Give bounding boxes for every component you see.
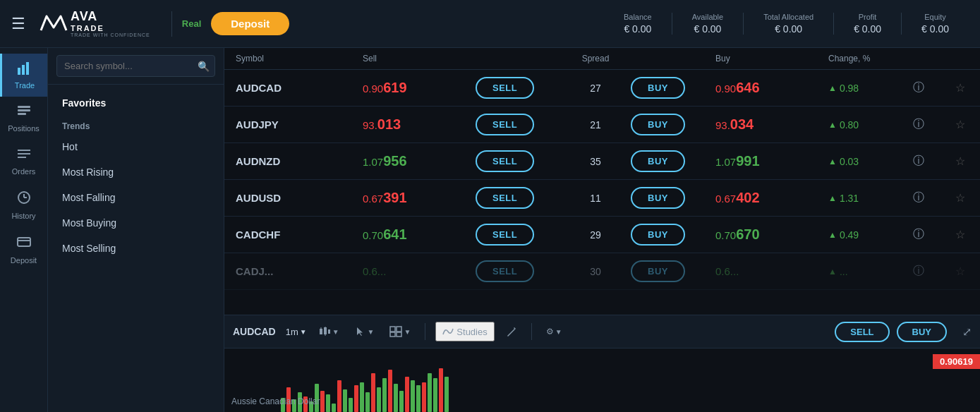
buy-btn-partial[interactable]: BUY	[631, 260, 715, 282]
info-icon[interactable]: ⓘ	[913, 154, 924, 166]
svg-rect-4	[18, 109, 30, 111]
info-audcad[interactable]: ⓘ	[913, 80, 955, 95]
col-sell-btn	[476, 54, 560, 63]
buy-button-audnzd[interactable]: BUY	[631, 150, 685, 172]
buy-btn-audjpy[interactable]: BUY	[631, 114, 715, 135]
info-audusd[interactable]: ⓘ	[913, 190, 955, 205]
table-body: AUDCAD 0.90619 SELL 27 BUY 0.90646 ▲ 0.9…	[224, 70, 980, 290]
star-audusd[interactable]: ☆	[955, 191, 980, 205]
sidebar-item-history[interactable]: History	[0, 183, 47, 227]
candle	[444, 377, 449, 412]
buy-main: 991	[736, 153, 759, 169]
sell-btn-audnzd[interactable]: SELL	[476, 150, 560, 172]
sell-prefix: 0.90	[363, 83, 383, 95]
sidebar-item-most-selling[interactable]: Most Selling	[48, 236, 224, 261]
star-cadchf[interactable]: ☆	[955, 228, 980, 241]
info-icon[interactable]: ⓘ	[913, 265, 924, 277]
star-icon[interactable]: ☆	[955, 155, 965, 167]
orders-icon	[16, 147, 32, 164]
candle-type-icon	[318, 326, 331, 337]
layout-button[interactable]: ▼	[385, 323, 415, 340]
draw-tool-button[interactable]	[502, 323, 521, 340]
sidebar-item-positions[interactable]: Positions	[0, 97, 47, 140]
sidebar-item-trade[interactable]: Trade	[0, 54, 47, 97]
info-partial[interactable]: ⓘ	[913, 264, 955, 279]
star-icon[interactable]: ☆	[955, 82, 965, 94]
more-tools-button[interactable]: ⚙ ▼	[542, 324, 567, 339]
info-audnzd[interactable]: ⓘ	[913, 154, 955, 169]
deposit-button[interactable]: Deposit	[211, 12, 289, 35]
sell-button-cadchf[interactable]: SELL	[476, 224, 534, 246]
available-value: € 0.00	[692, 23, 723, 35]
sell-button-audcad[interactable]: SELL	[476, 77, 534, 99]
sell-button-audusd[interactable]: SELL	[476, 187, 534, 209]
search-input[interactable]	[56, 55, 215, 77]
buy-btn-audnzd[interactable]: BUY	[631, 150, 715, 172]
sell-button-partial[interactable]: SELL	[476, 260, 534, 282]
star-audnzd[interactable]: ☆	[955, 154, 980, 168]
menu-icon[interactable]: ☰	[11, 15, 25, 33]
table-area: Symbol Sell Spread Buy Change, % AUDCAD …	[224, 48, 980, 315]
info-icon[interactable]: ⓘ	[913, 81, 924, 93]
sidebar-item-most-buying[interactable]: Most Buying	[48, 210, 224, 236]
buy-btn-audcad[interactable]: BUY	[631, 77, 715, 99]
info-icon[interactable]: ⓘ	[913, 191, 924, 203]
candle-type-button[interactable]: ▼	[314, 323, 344, 340]
sell-button-audnzd[interactable]: SELL	[476, 150, 534, 172]
chart-sell-button[interactable]: SELL	[835, 322, 889, 342]
buy-price-audnzd: 1.07991	[715, 153, 828, 169]
star-partial[interactable]: ☆	[955, 265, 980, 278]
sidebar-item-hot[interactable]: Hot	[48, 134, 224, 159]
change-value-partial: ...	[840, 266, 848, 277]
buy-btn-cadchf[interactable]: BUY	[631, 224, 715, 246]
star-audcad[interactable]: ☆	[955, 81, 980, 95]
timeframe-selector[interactable]: 1m ▼	[286, 327, 307, 337]
studies-label: Studies	[456, 327, 487, 337]
svg-rect-19	[390, 327, 395, 332]
star-icon[interactable]: ☆	[955, 265, 965, 277]
change-value: 0.80	[840, 119, 859, 131]
sell-prefix: 1.07	[363, 156, 383, 168]
buy-button-partial[interactable]: BUY	[631, 260, 685, 282]
symbol-cadchf: CADCHF	[236, 229, 363, 241]
total-allocated-value: € 0.00	[763, 23, 813, 35]
svg-rect-20	[397, 327, 401, 332]
info-icon[interactable]: ⓘ	[913, 118, 924, 130]
buy-btn-audusd[interactable]: BUY	[631, 187, 715, 209]
sidebar-item-most-rising[interactable]: Most Rising	[48, 159, 224, 185]
buy-button-cadchf[interactable]: BUY	[631, 224, 685, 246]
orders-label: Orders	[12, 167, 36, 176]
info-cadchf[interactable]: ⓘ	[913, 227, 955, 242]
info-icon[interactable]: ⓘ	[913, 228, 924, 240]
cursor-tool-button[interactable]: ▼	[351, 323, 379, 340]
info-audjpy[interactable]: ⓘ	[913, 117, 955, 132]
current-price-badge: 0.90619	[933, 354, 980, 369]
symbol-audusd: AUDUSD	[236, 192, 363, 204]
sell-btn-partial[interactable]: SELL	[476, 260, 560, 282]
sidebar-item-favorites[interactable]: Favorites	[48, 90, 224, 116]
symbol-audcad: AUDCAD	[236, 82, 363, 94]
star-icon[interactable]: ☆	[955, 229, 965, 241]
star-audjpy[interactable]: ☆	[955, 118, 980, 131]
trade-icon	[17, 61, 32, 78]
studies-button[interactable]: Studies	[435, 322, 494, 341]
svg-rect-0	[18, 68, 20, 75]
star-icon[interactable]: ☆	[955, 119, 965, 131]
buy-prefix: 0.67	[715, 193, 736, 205]
star-icon[interactable]: ☆	[955, 192, 965, 204]
buy-button-audusd[interactable]: BUY	[631, 187, 685, 209]
buy-button-audcad[interactable]: BUY	[631, 77, 685, 99]
buy-button-audjpy[interactable]: BUY	[631, 114, 685, 135]
sell-btn-audusd[interactable]: SELL	[476, 187, 560, 209]
sell-btn-cadchf[interactable]: SELL	[476, 224, 560, 246]
sidebar-item-orders[interactable]: Orders	[0, 140, 47, 183]
expand-icon[interactable]: ⤢	[962, 325, 972, 339]
candle	[399, 391, 404, 412]
sell-prefix: 0.70	[363, 229, 383, 241]
sell-button-audjpy[interactable]: SELL	[476, 114, 534, 135]
sell-btn-audcad[interactable]: SELL	[476, 77, 560, 99]
sidebar-item-deposit[interactable]: Deposit	[0, 227, 47, 272]
sell-btn-audjpy[interactable]: SELL	[476, 114, 560, 135]
sidebar-item-most-falling[interactable]: Most Falling	[48, 185, 224, 210]
chart-buy-button[interactable]: BUY	[897, 322, 947, 342]
